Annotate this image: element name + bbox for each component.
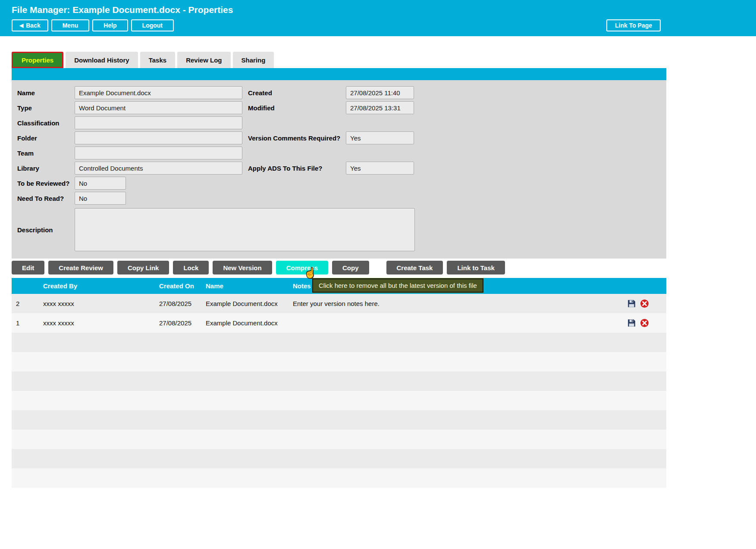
table-row[interactable]: 1 xxxx xxxxx 27/08/2025 Example Document…	[12, 313, 666, 333]
need-to-read-field[interactable]	[75, 192, 126, 205]
panel-header-strip	[12, 68, 666, 80]
menu-button[interactable]: Menu	[51, 19, 90, 31]
need-to-read-label: Need To Read?	[17, 195, 75, 202]
classification-label: Classification	[17, 119, 75, 127]
tab-sharing[interactable]: Sharing	[233, 52, 274, 68]
action-button-bar: Edit Create Review Copy Link Lock New Ve…	[12, 261, 505, 274]
properties-form-panel: Name Type Classification Folder Team Lib…	[12, 80, 666, 259]
edit-button[interactable]: Edit	[12, 261, 44, 274]
col-name: Name	[206, 282, 293, 290]
header-button-group: ◀ Back Menu Help Logout	[12, 19, 174, 31]
to-be-reviewed-field[interactable]	[75, 177, 126, 190]
team-label: Team	[17, 150, 75, 157]
cell-created-on: 27/08/2025	[159, 300, 206, 307]
library-label: Library	[17, 165, 75, 172]
table-row[interactable]: 2 xxxx xxxxx 27/08/2025 Example Document…	[12, 294, 666, 313]
created-field[interactable]	[346, 86, 414, 99]
app-header: File Manager: Example Document.docx - Pr…	[0, 0, 756, 36]
delete-version-icon[interactable]	[640, 299, 649, 308]
help-button[interactable]: Help	[92, 19, 128, 31]
page-title: File Manager: Example Document.docx - Pr…	[12, 5, 233, 15]
back-arrow-icon: ◀	[19, 22, 23, 28]
name-field[interactable]	[75, 86, 242, 99]
cell-created-on: 27/08/2025	[159, 319, 206, 327]
table-row-empty	[12, 371, 666, 391]
cell-notes: Enter your version notes here.	[293, 300, 627, 307]
page: File Manager: Example Document.docx - Pr…	[0, 0, 756, 549]
tab-review-log[interactable]: Review Log	[177, 52, 230, 68]
table-row-empty	[12, 391, 666, 410]
version-number: 2	[12, 300, 43, 307]
table-row-empty	[12, 352, 666, 371]
save-version-icon[interactable]	[627, 319, 636, 327]
created-label: Created	[248, 89, 346, 97]
apply-ads-label: Apply ADS To This File?	[248, 165, 346, 172]
modified-field[interactable]	[346, 101, 414, 114]
description-field[interactable]	[75, 208, 415, 251]
type-label: Type	[17, 104, 75, 112]
apply-ads-field[interactable]	[346, 162, 414, 175]
link-to-page-label: Link To Page	[615, 22, 652, 29]
create-review-button[interactable]: Create Review	[48, 261, 113, 274]
table-row-empty	[12, 430, 666, 449]
library-field[interactable]	[75, 162, 242, 175]
back-button[interactable]: ◀ Back	[12, 19, 48, 31]
versions-table: Created By Created On Name Notes 2 xxxx …	[12, 278, 666, 488]
folder-field[interactable]	[75, 131, 242, 144]
new-version-button[interactable]: New Version	[213, 261, 272, 274]
classification-field[interactable]	[75, 116, 242, 129]
description-label: Description	[17, 226, 75, 234]
logout-button-label: Logout	[142, 22, 163, 29]
cell-created-by: xxxx xxxxx	[43, 300, 159, 307]
version-comments-required-label: Version Comments Required?	[248, 134, 346, 142]
type-field[interactable]	[75, 101, 242, 114]
copy-link-button[interactable]: Copy Link	[117, 261, 169, 274]
copy-button[interactable]: Copy	[332, 261, 369, 274]
delete-version-icon[interactable]	[640, 319, 649, 327]
cell-name: Example Document.docx	[206, 319, 293, 327]
compress-tooltip: Click here to remove all but the latest …	[312, 278, 483, 293]
tab-bar: Properties Download History Tasks Review…	[12, 52, 274, 68]
table-row-empty	[12, 333, 666, 352]
col-created-by: Created By	[43, 282, 159, 290]
help-button-label: Help	[104, 22, 116, 29]
modified-label: Modified	[248, 104, 346, 112]
back-button-label: Back	[26, 22, 40, 29]
version-comments-required-field[interactable]	[346, 131, 414, 144]
compress-button[interactable]: Compress	[276, 261, 328, 274]
name-label: Name	[17, 89, 75, 97]
table-row-empty	[12, 410, 666, 430]
tab-tasks[interactable]: Tasks	[140, 52, 175, 68]
create-task-button[interactable]: Create Task	[386, 261, 443, 274]
menu-button-label: Menu	[63, 22, 78, 29]
version-number: 1	[12, 319, 43, 327]
cell-name: Example Document.docx	[206, 300, 293, 307]
tab-properties[interactable]: Properties	[12, 52, 63, 68]
table-row-empty	[12, 449, 666, 468]
link-to-task-button[interactable]: Link to Task	[447, 261, 505, 274]
to-be-reviewed-label: To be Reviewed?	[17, 180, 75, 187]
save-version-icon[interactable]	[627, 299, 636, 308]
logout-button[interactable]: Logout	[131, 19, 174, 31]
team-field[interactable]	[75, 147, 242, 159]
cell-created-by: xxxx xxxxx	[43, 319, 159, 327]
tab-download-history[interactable]: Download History	[66, 52, 138, 68]
col-created-on: Created On	[159, 282, 206, 290]
table-row-empty	[12, 468, 666, 488]
folder-label: Folder	[17, 134, 75, 142]
lock-button[interactable]: Lock	[173, 261, 209, 274]
link-to-page-button[interactable]: Link To Page	[606, 19, 661, 31]
